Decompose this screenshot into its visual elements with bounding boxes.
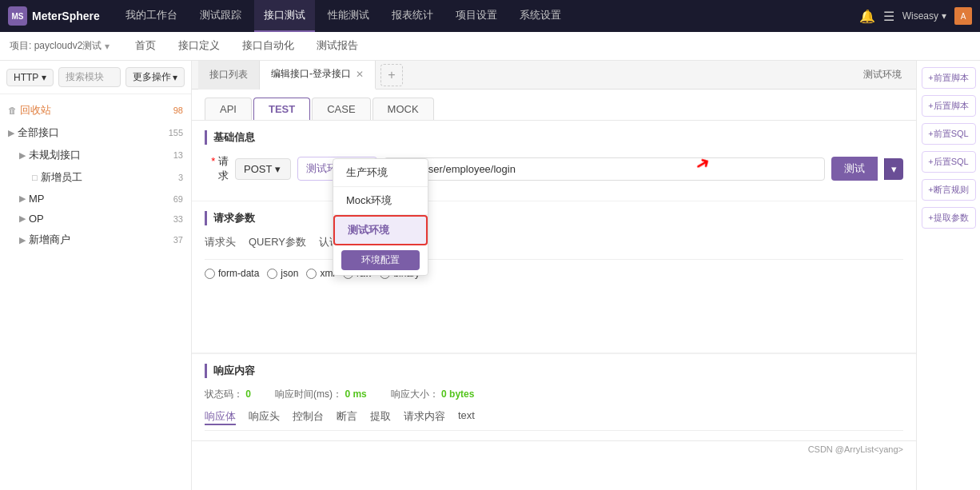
body-radio-xml[interactable]: xml [306, 268, 335, 279]
dropdown-item-production[interactable]: 生产环境 [333, 159, 428, 186]
tab-edit-api[interactable]: 编辑接口-登录接口 ✕ [260, 61, 376, 90]
sidebar-item-all-apis[interactable]: ▶ 全部接口 155 [0, 122, 191, 144]
sidebar-item-new-employee[interactable]: □ 新增员工 3 [0, 166, 191, 189]
nav-item-api-test[interactable]: 接口测试 [254, 0, 315, 32]
sidebar-toolbar: HTTP ▾ 搜索模块 更多操作 ▾ [0, 61, 191, 94]
search-button[interactable]: 搜索模块 [58, 67, 121, 87]
main-layout: HTTP ▾ 搜索模块 更多操作 ▾ 🗑 回收站 98 ▶ 全部接口 155 [0, 61, 980, 490]
tabs-bar: 接口列表 编辑接口-登录接口 ✕ + 测试环境 [192, 61, 916, 90]
sidebar-item-new-merchant[interactable]: ▶ 新增商户 37 [0, 229, 191, 251]
post-sql-button[interactable]: +后置SQL [922, 151, 976, 173]
extract-param-button[interactable]: +提取参数 [922, 207, 976, 229]
body-content-area [205, 279, 903, 343]
nav-item-system-settings[interactable]: 系统设置 [510, 0, 571, 32]
body-types: form-data json xml raw [205, 268, 903, 279]
request-form-row: 请求 POST ▾ 测试环境 ✕ 测试 ▾ [205, 154, 903, 183]
sidebar: HTTP ▾ 搜索模块 更多操作 ▾ 🗑 回收站 98 ▶ 全部接口 155 [0, 61, 192, 490]
test-button[interactable]: 测试 [831, 157, 878, 181]
response-section: 响应内容 状态码： 0 响应时间(ms)： 0 ms 响应大小： 0 bytes [192, 353, 916, 440]
content-area: 接口列表 编辑接口-登录接口 ✕ + 测试环境 API TEST CASE MO… [192, 61, 916, 490]
response-meta: 状态码： 0 响应时间(ms)： 0 ms 响应大小： 0 bytes [205, 388, 903, 401]
project-label: 项目: paycloudv2测试 [10, 39, 102, 53]
tab-api-list[interactable]: 接口列表 [198, 61, 260, 90]
pre-sql-button[interactable]: +前置SQL [922, 123, 976, 145]
tab-add-button[interactable]: + [380, 64, 403, 86]
basic-info-section: 基础信息 请求 POST ▾ 测试环境 ✕ 测试 ▾ [192, 121, 916, 201]
notification-icon[interactable]: 🔔 [859, 9, 875, 24]
post-script-button[interactable]: +后置脚本 [922, 95, 976, 117]
response-tab-headers[interactable]: 响应头 [249, 409, 280, 425]
chevron-down-icon: ▾ [173, 72, 177, 83]
folder-icon: ▶ [19, 235, 26, 245]
body-radio-json[interactable]: json [267, 268, 298, 279]
request-params-title: 请求参数 [205, 211, 903, 225]
response-tab-request[interactable]: 请求内容 [404, 409, 445, 425]
nav-items: 我的工作台 测试跟踪 接口测试 性能测试 报表统计 项目设置 系统设置 [116, 0, 859, 32]
param-tabs: 请求头 QUERY参数 认证配置 其他设置 [205, 235, 903, 260]
logo-icon: MS [8, 6, 27, 26]
assert-rule-button[interactable]: +断言规则 [922, 179, 976, 201]
nav-item-reports[interactable]: 报表统计 [382, 0, 443, 32]
http-method-select[interactable]: HTTP ▾ [6, 69, 54, 86]
response-tab-text[interactable]: text [458, 409, 475, 425]
top-navbar: MS MeterSphere 我的工作台 测试跟踪 接口测试 性能测试 报表统计… [0, 0, 980, 32]
sidebar-item-unplanned[interactable]: ▶ 未规划接口 13 [0, 144, 191, 166]
sidebar-item-mp[interactable]: ▶ MP 69 [0, 189, 191, 209]
interface-content: API TEST CASE MOCK 基础信息 请求 POST ▾ 测试环境 ✕ [192, 90, 916, 490]
body-radio-form-data[interactable]: form-data [205, 268, 259, 279]
status-code-label: 状态码： 0 [205, 388, 251, 401]
right-panel: +前置脚本 +后置脚本 +前置SQL +后置SQL +断言规则 +提取参数 [916, 61, 980, 490]
url-input[interactable] [384, 157, 825, 181]
chevron-down-icon: ▾ [275, 163, 281, 175]
param-tab-headers[interactable]: 请求头 [205, 235, 236, 253]
sub-nav-api-def[interactable]: 接口定义 [169, 32, 229, 61]
sub-nav-api-auto[interactable]: 接口自动化 [233, 32, 304, 61]
user-info[interactable]: Wiseasy ▾ [902, 10, 946, 22]
breadcrumb: 项目: paycloudv2测试 ▾ [10, 39, 110, 53]
response-tab-assert[interactable]: 断言 [337, 409, 357, 425]
chevron-down-icon: ▾ [42, 72, 46, 83]
response-size-label: 响应大小： 0 bytes [391, 388, 475, 401]
sidebar-item-trash[interactable]: 🗑 回收站 98 [0, 99, 191, 122]
test-button-arrow[interactable]: ▾ [884, 158, 903, 180]
more-ops-button[interactable]: 更多操作 ▾ [125, 67, 185, 87]
basic-info-title: 基础信息 [205, 130, 903, 145]
response-tab-extract[interactable]: 提取 [370, 409, 391, 425]
sidebar-tree: 🗑 回收站 98 ▶ 全部接口 155 ▶ 未规划接口 13 □ 新增员工 3 [0, 94, 191, 490]
breadcrumb-separator: ▾ [105, 41, 110, 52]
response-title: 响应内容 [205, 364, 903, 378]
chevron-down-icon: ▾ [942, 10, 946, 22]
sub-navbar: 项目: paycloudv2测试 ▾ 首页 接口定义 接口自动化 测试报告 [0, 32, 980, 61]
request-label: 请求 [205, 154, 229, 183]
param-tab-query[interactable]: QUERY参数 [249, 235, 306, 253]
nav-right: 🔔 ☰ Wiseasy ▾ A [859, 7, 972, 25]
pre-script-button[interactable]: +前置脚本 [922, 67, 976, 89]
response-tabs: 响应体 响应头 控制台 断言 提取 请求内容 text [205, 409, 903, 431]
env-config-button[interactable]: 环境配置 [341, 250, 420, 270]
method-select[interactable]: POST ▾ [235, 158, 291, 180]
api-tab-api[interactable]: API [205, 98, 252, 120]
nav-item-test-track[interactable]: 测试跟踪 [190, 0, 251, 32]
trash-icon: 🗑 [8, 106, 17, 115]
api-tab-test[interactable]: TEST [253, 98, 310, 120]
sidebar-item-op[interactable]: ▶ OP 33 [0, 209, 191, 229]
api-tab-case[interactable]: CASE [312, 98, 370, 120]
logo-area: MS MeterSphere [8, 6, 100, 26]
sub-nav-home[interactable]: 首页 [125, 32, 165, 61]
dropdown-item-test[interactable]: 测试环境 [333, 215, 428, 245]
response-tab-body[interactable]: 响应体 [205, 409, 236, 425]
folder-open-icon: ▶ [19, 150, 26, 161]
response-tab-console[interactable]: 控制台 [293, 409, 324, 425]
list-icon[interactable]: ☰ [883, 9, 894, 24]
footer-credit: CSDN @ArryList<yang> [808, 444, 903, 454]
tabs-env-label: 测试环境 [855, 68, 910, 82]
sub-nav-test-report[interactable]: 测试报告 [307, 32, 368, 61]
nav-item-perf-test[interactable]: 性能测试 [318, 0, 379, 32]
avatar: A [954, 7, 972, 25]
tab-close-icon[interactable]: ✕ [356, 69, 364, 80]
app-name: MeterSphere [32, 10, 100, 22]
api-tab-mock[interactable]: MOCK [372, 98, 434, 120]
nav-item-workbench[interactable]: 我的工作台 [116, 0, 187, 32]
nav-item-project-settings[interactable]: 项目设置 [446, 0, 507, 32]
dropdown-item-mock[interactable]: Mock环境 [333, 187, 428, 214]
